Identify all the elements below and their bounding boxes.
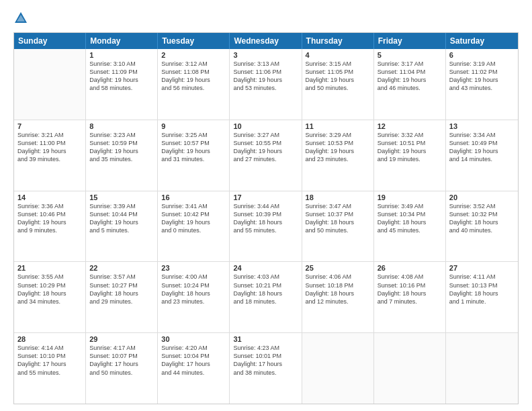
day-info: Sunrise: 4:08 AM Sunset: 10:16 PM Daylig…	[378, 273, 442, 306]
day-info: Sunrise: 4:06 AM Sunset: 10:18 PM Daylig…	[306, 273, 370, 306]
day-number: 31	[233, 335, 298, 343]
day-info: Sunrise: 4:11 AM Sunset: 10:13 PM Daylig…	[449, 273, 515, 306]
day-cell-11: 11Sunrise: 3:29 AM Sunset: 10:53 PM Dayl…	[302, 120, 374, 191]
day-number: 8	[89, 122, 154, 130]
header-day-friday: Friday	[374, 33, 446, 49]
empty-cell	[14, 49, 86, 120]
day-number: 16	[161, 193, 226, 201]
day-info: Sunrise: 3:25 AM Sunset: 10:57 PM Daylig…	[161, 131, 226, 164]
day-info: Sunrise: 3:41 AM Sunset: 10:42 PM Daylig…	[161, 202, 226, 235]
day-number: 15	[89, 193, 154, 201]
day-cell-6: 6Sunrise: 3:19 AM Sunset: 11:02 PM Dayli…	[446, 49, 518, 120]
day-cell-13: 13Sunrise: 3:34 AM Sunset: 10:49 PM Dayl…	[446, 120, 518, 191]
day-info: Sunrise: 3:55 AM Sunset: 10:29 PM Daylig…	[17, 273, 82, 306]
day-info: Sunrise: 4:23 AM Sunset: 10:01 PM Daylig…	[233, 344, 298, 377]
day-info: Sunrise: 3:44 AM Sunset: 10:39 PM Daylig…	[233, 202, 298, 235]
day-number: 23	[161, 264, 226, 272]
day-number: 26	[378, 264, 442, 272]
day-cell-20: 20Sunrise: 3:52 AM Sunset: 10:32 PM Dayl…	[446, 191, 518, 262]
day-number: 19	[378, 193, 442, 201]
day-number: 21	[17, 264, 82, 272]
day-cell-12: 12Sunrise: 3:32 AM Sunset: 10:51 PM Dayl…	[374, 120, 446, 191]
calendar-row-4: 21Sunrise: 3:55 AM Sunset: 10:29 PM Dayl…	[14, 262, 518, 333]
day-info: Sunrise: 3:32 AM Sunset: 10:51 PM Daylig…	[378, 131, 442, 164]
day-cell-4: 4Sunrise: 3:15 AM Sunset: 11:05 PM Dayli…	[302, 49, 374, 120]
day-cell-15: 15Sunrise: 3:39 AM Sunset: 10:44 PM Dayl…	[86, 191, 158, 262]
day-cell-18: 18Sunrise: 3:47 AM Sunset: 10:37 PM Dayl…	[302, 191, 374, 262]
day-cell-14: 14Sunrise: 3:36 AM Sunset: 10:46 PM Dayl…	[14, 191, 86, 262]
day-number: 14	[17, 193, 82, 201]
day-cell-2: 2Sunrise: 3:12 AM Sunset: 11:08 PM Dayli…	[158, 49, 230, 120]
day-cell-5: 5Sunrise: 3:17 AM Sunset: 11:04 PM Dayli…	[374, 49, 446, 120]
day-number: 10	[233, 122, 298, 130]
day-number: 5	[378, 51, 442, 59]
day-number: 2	[161, 51, 226, 59]
day-number: 7	[17, 122, 82, 130]
calendar-header: SundayMondayTuesdayWednesdayThursdayFrid…	[14, 33, 518, 49]
day-info: Sunrise: 3:17 AM Sunset: 11:04 PM Daylig…	[378, 60, 442, 93]
header	[13, 11, 519, 26]
day-number: 22	[89, 264, 154, 272]
day-number: 18	[306, 193, 370, 201]
day-number: 12	[378, 122, 442, 130]
day-number: 30	[161, 335, 226, 343]
day-number: 13	[449, 122, 515, 130]
day-number: 1	[89, 51, 154, 59]
day-cell-16: 16Sunrise: 3:41 AM Sunset: 10:42 PM Dayl…	[158, 191, 230, 262]
calendar-row-3: 14Sunrise: 3:36 AM Sunset: 10:46 PM Dayl…	[14, 191, 518, 263]
day-info: Sunrise: 4:14 AM Sunset: 10:10 PM Daylig…	[17, 344, 82, 377]
day-cell-28: 28Sunrise: 4:14 AM Sunset: 10:10 PM Dayl…	[14, 333, 86, 404]
day-cell-24: 24Sunrise: 4:03 AM Sunset: 10:21 PM Dayl…	[230, 262, 302, 332]
day-cell-8: 8Sunrise: 3:23 AM Sunset: 10:59 PM Dayli…	[86, 120, 158, 191]
day-number: 3	[233, 51, 298, 59]
header-day-monday: Monday	[86, 33, 158, 49]
calendar-row-2: 7Sunrise: 3:21 AM Sunset: 11:00 PM Dayli…	[14, 120, 518, 191]
logo-icon	[13, 11, 28, 26]
day-cell-29: 29Sunrise: 4:17 AM Sunset: 10:07 PM Dayl…	[86, 333, 158, 404]
calendar-row-1: 1Sunrise: 3:10 AM Sunset: 11:09 PM Dayli…	[14, 49, 518, 120]
empty-cell	[446, 333, 518, 404]
day-info: Sunrise: 3:10 AM Sunset: 11:09 PM Daylig…	[89, 60, 154, 93]
day-info: Sunrise: 3:19 AM Sunset: 11:02 PM Daylig…	[449, 60, 515, 93]
day-number: 9	[161, 122, 226, 130]
day-cell-30: 30Sunrise: 4:20 AM Sunset: 10:04 PM Dayl…	[158, 333, 230, 404]
day-cell-26: 26Sunrise: 4:08 AM Sunset: 10:16 PM Dayl…	[374, 262, 446, 332]
day-info: Sunrise: 3:47 AM Sunset: 10:37 PM Daylig…	[306, 202, 370, 235]
day-number: 6	[449, 51, 515, 59]
day-number: 24	[233, 264, 298, 272]
calendar-row-5: 28Sunrise: 4:14 AM Sunset: 10:10 PM Dayl…	[14, 333, 518, 404]
day-info: Sunrise: 3:21 AM Sunset: 11:00 PM Daylig…	[17, 131, 82, 164]
day-cell-21: 21Sunrise: 3:55 AM Sunset: 10:29 PM Dayl…	[14, 262, 86, 332]
day-info: Sunrise: 3:39 AM Sunset: 10:44 PM Daylig…	[89, 202, 154, 235]
day-info: Sunrise: 4:20 AM Sunset: 10:04 PM Daylig…	[161, 344, 226, 377]
day-number: 17	[233, 193, 298, 201]
day-number: 29	[89, 335, 154, 343]
day-info: Sunrise: 3:15 AM Sunset: 11:05 PM Daylig…	[306, 60, 370, 93]
day-cell-9: 9Sunrise: 3:25 AM Sunset: 10:57 PM Dayli…	[158, 120, 230, 191]
day-info: Sunrise: 4:03 AM Sunset: 10:21 PM Daylig…	[233, 273, 298, 306]
day-info: Sunrise: 3:12 AM Sunset: 11:08 PM Daylig…	[161, 60, 226, 93]
day-number: 4	[306, 51, 370, 59]
day-cell-17: 17Sunrise: 3:44 AM Sunset: 10:39 PM Dayl…	[230, 191, 302, 262]
day-number: 27	[449, 264, 515, 272]
page: SundayMondayTuesdayWednesdayThursdayFrid…	[0, 0, 532, 411]
empty-cell	[374, 333, 446, 404]
day-cell-23: 23Sunrise: 4:00 AM Sunset: 10:24 PM Dayl…	[158, 262, 230, 332]
day-cell-19: 19Sunrise: 3:49 AM Sunset: 10:34 PM Dayl…	[374, 191, 446, 262]
empty-cell	[302, 333, 374, 404]
day-info: Sunrise: 4:17 AM Sunset: 10:07 PM Daylig…	[89, 344, 154, 377]
header-day-thursday: Thursday	[302, 33, 374, 49]
day-cell-22: 22Sunrise: 3:57 AM Sunset: 10:27 PM Dayl…	[86, 262, 158, 332]
day-cell-31: 31Sunrise: 4:23 AM Sunset: 10:01 PM Dayl…	[230, 333, 302, 404]
day-cell-7: 7Sunrise: 3:21 AM Sunset: 11:00 PM Dayli…	[14, 120, 86, 191]
day-info: Sunrise: 4:00 AM Sunset: 10:24 PM Daylig…	[161, 273, 226, 306]
header-day-sunday: Sunday	[14, 33, 86, 49]
day-info: Sunrise: 3:23 AM Sunset: 10:59 PM Daylig…	[89, 131, 154, 164]
day-info: Sunrise: 3:29 AM Sunset: 10:53 PM Daylig…	[306, 131, 370, 164]
calendar-body: 1Sunrise: 3:10 AM Sunset: 11:09 PM Dayli…	[14, 49, 518, 404]
logo	[13, 11, 31, 26]
day-info: Sunrise: 3:13 AM Sunset: 11:06 PM Daylig…	[233, 60, 298, 93]
header-day-tuesday: Tuesday	[158, 33, 230, 49]
day-info: Sunrise: 3:49 AM Sunset: 10:34 PM Daylig…	[378, 202, 442, 235]
day-cell-3: 3Sunrise: 3:13 AM Sunset: 11:06 PM Dayli…	[230, 49, 302, 120]
